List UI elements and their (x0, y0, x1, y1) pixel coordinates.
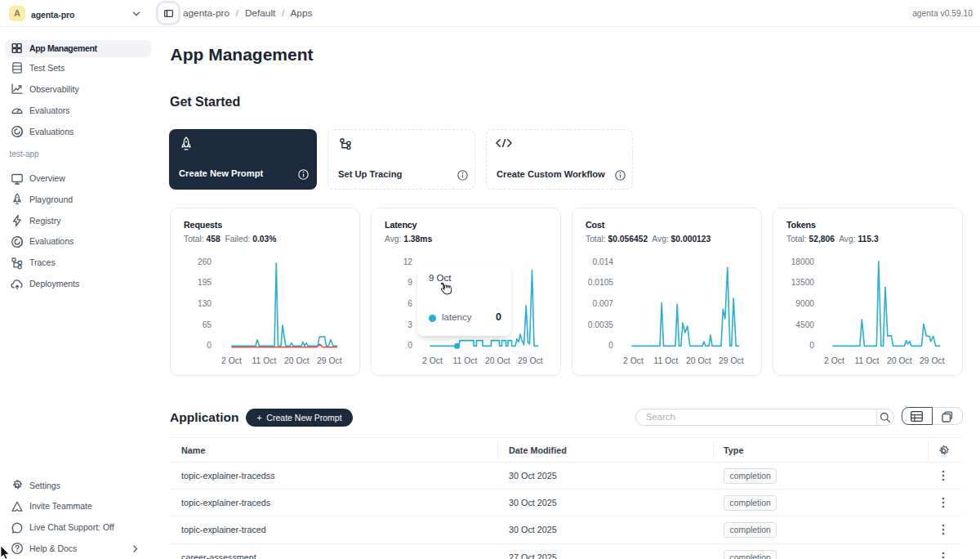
svg-text:29 Oct: 29 Oct (920, 356, 945, 365)
svg-text:11 Oct: 11 Oct (252, 356, 276, 365)
svg-text:65: 65 (203, 320, 212, 329)
svg-text:29 Oct: 29 Oct (317, 356, 342, 365)
svg-text:20 Oct: 20 Oct (485, 356, 510, 365)
svg-text:2 Oct: 2 Oct (623, 356, 644, 365)
svg-text:0: 0 (608, 341, 613, 350)
svg-text:20 Oct: 20 Oct (686, 356, 711, 365)
svg-text:29 Oct: 29 Oct (719, 356, 744, 365)
svg-text:4500: 4500 (795, 320, 814, 329)
svg-text:12: 12 (403, 257, 413, 266)
svg-text:6: 6 (408, 299, 412, 308)
svg-text:20 Oct: 20 Oct (887, 356, 912, 365)
svg-text:3: 3 (408, 320, 412, 329)
svg-text:2 Oct: 2 Oct (221, 356, 242, 365)
svg-text:0: 0 (207, 341, 212, 350)
svg-text:0: 0 (809, 341, 814, 350)
svg-text:0: 0 (408, 341, 412, 350)
svg-text:9000: 9000 (795, 299, 814, 308)
svg-text:130: 130 (198, 299, 212, 308)
svg-text:195: 195 (198, 278, 212, 287)
svg-text:29 Oct: 29 Oct (518, 356, 543, 365)
svg-text:13500: 13500 (791, 278, 815, 287)
svg-text:18000: 18000 (791, 257, 815, 266)
svg-text:9: 9 (408, 278, 412, 287)
svg-text:2 Oct: 2 Oct (422, 356, 443, 365)
svg-text:0.007: 0.007 (593, 299, 614, 308)
svg-text:20 Oct: 20 Oct (284, 356, 310, 365)
svg-text:11 Oct: 11 Oct (854, 356, 879, 365)
svg-text:0.0105: 0.0105 (588, 278, 613, 287)
svg-text:260: 260 (198, 257, 212, 266)
svg-text:11 Oct: 11 Oct (653, 356, 678, 365)
svg-text:11 Oct: 11 Oct (452, 356, 477, 365)
svg-text:0.0035: 0.0035 (588, 320, 613, 329)
svg-text:0.014: 0.014 (593, 257, 614, 266)
svg-text:2 Oct: 2 Oct (824, 356, 844, 365)
